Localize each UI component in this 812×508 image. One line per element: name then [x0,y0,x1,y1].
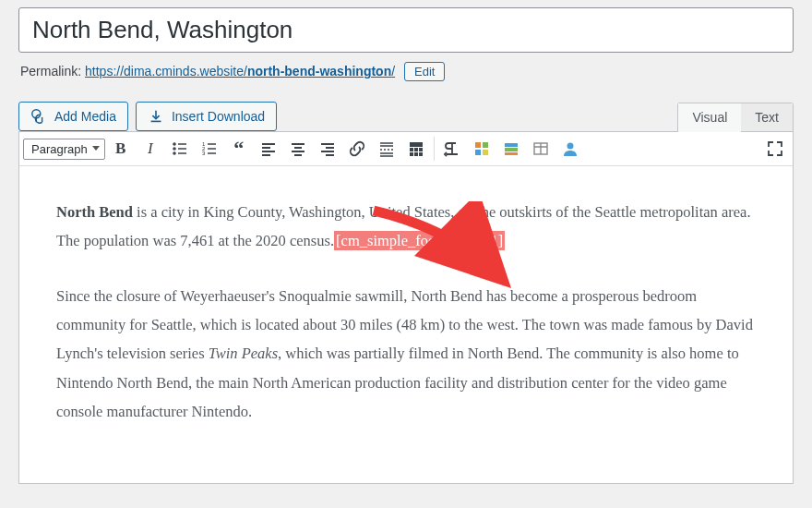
editor-mode-tabs: Visual Text [677,103,794,131]
toolbar-toggle-icon[interactable] [402,136,430,162]
svg-point-1 [173,143,175,145]
paragraph-2: Since the closure of Weyerhaeuser's Snoq… [56,282,756,427]
plugin-user-icon[interactable] [556,136,584,162]
post-title-input[interactable] [18,7,794,53]
paragraph-1: North Bend is a city in King County, Was… [56,198,756,256]
strong-text: North Bend [56,203,133,221]
align-left-icon[interactable] [255,136,282,162]
svg-rect-8 [410,148,413,151]
permalink-row: Permalink: https://dima.cminds.website/n… [20,62,792,81]
svg-rect-17 [483,150,488,155]
download-icon [148,108,164,125]
svg-point-22 [567,143,573,150]
italic-icon[interactable]: I [137,136,164,162]
add-media-button[interactable]: Add Media [18,102,128,131]
svg-rect-13 [419,152,423,156]
permalink-url[interactable]: https://dima.cminds.website/north-bend-w… [85,64,395,79]
align-right-icon[interactable] [314,136,341,162]
paragraph-direction-icon[interactable] [438,136,466,162]
svg-rect-18 [505,143,518,147]
svg-rect-14 [475,142,481,148]
chevron-down-icon [92,146,100,151]
footnote-shortcode: [cm_simple_footnote id=1] [334,231,505,250]
svg-rect-10 [419,148,423,151]
svg-rect-11 [410,152,413,156]
svg-rect-7 [410,142,423,147]
align-center-icon[interactable] [284,136,312,162]
svg-rect-16 [475,150,481,155]
separator [434,137,435,161]
tab-text[interactable]: Text [741,103,793,131]
plugin-block-icon[interactable] [468,136,496,162]
media-icon [30,108,47,125]
permalink-edit-button[interactable]: Edit [404,62,445,81]
permalink-label: Permalink: [20,64,81,79]
svg-rect-19 [505,148,518,151]
more-tag-icon[interactable] [373,136,400,162]
tab-visual[interactable]: Visual [678,103,741,132]
italic-text: Twin Peaks [209,345,278,362]
svg-rect-20 [505,152,518,155]
bold-icon[interactable]: B [107,136,135,162]
svg-point-3 [173,152,175,154]
svg-rect-9 [414,148,418,151]
svg-rect-15 [483,142,488,148]
editor: Paragraph B I 123 “ North Ben [18,131,794,484]
plugin-row-icon[interactable] [497,136,525,162]
editor-toolbar: Paragraph B I 123 “ [19,132,793,166]
insert-download-button[interactable]: Insert Download [136,102,277,131]
blockquote-icon[interactable]: “ [225,136,253,162]
bullet-list-icon[interactable] [166,136,194,162]
svg-text:3: 3 [202,151,206,156]
svg-rect-12 [414,152,418,156]
svg-point-2 [173,148,175,150]
format-select[interactable]: Paragraph [23,139,105,160]
link-icon[interactable] [343,136,371,162]
number-list-icon[interactable]: 123 [196,136,223,162]
editor-body[interactable]: North Bend is a city in King County, Was… [19,166,793,483]
plugin-columns-icon[interactable] [527,136,555,162]
fullscreen-icon[interactable] [761,136,789,162]
